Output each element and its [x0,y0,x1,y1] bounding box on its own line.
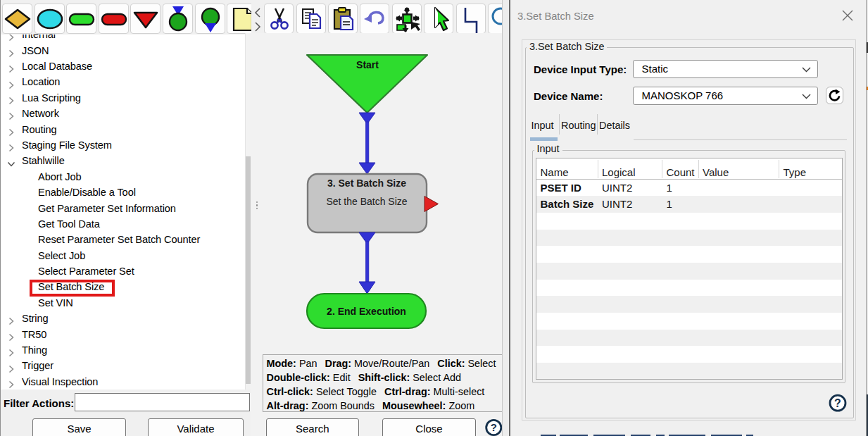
connector-start-to-step[interactable] [359,113,375,174]
tree-item-select-job[interactable]: Select Job [1,248,245,263]
table-row[interactable] [536,296,843,313]
column-header-type[interactable]: Type [779,158,843,180]
tab-separator [559,114,560,135]
combo-chevron-down-icon [802,94,811,99]
tree-item-tr50[interactable]: TR50 [1,327,245,342]
tree-item-json[interactable]: JSON [1,43,245,58]
column-header-logical[interactable]: Logical [598,158,662,180]
toolbar-button-red-pill-shape[interactable] [99,4,129,34]
tree-item-set-vin[interactable]: Set VIN [1,295,245,311]
toolbar-button-cut[interactable] [264,4,294,34]
tree-item-get-parameter-set-information[interactable]: Get Parameter Set Information [1,201,245,216]
hint-segment: Ctrl-click: Select Toggle [267,386,377,397]
tree-item-select-parameter-set[interactable]: Select Parameter Set [1,263,245,279]
tree-item-local-database[interactable]: Local Database [1,58,245,74]
tree-item-network[interactable]: Network [1,106,245,121]
tree-item-visual-inspection[interactable]: Visual Inspection [1,374,245,390]
close-button[interactable]: Close [382,418,476,436]
hint-key: Shift-click: [358,372,410,383]
filter-actions-input[interactable] [75,393,251,412]
table-row[interactable] [536,246,843,263]
tree-scrollbar-thumb[interactable] [246,156,251,384]
device-name-label: Device Name: [534,90,603,102]
table-row[interactable] [536,263,843,280]
toolbar-button-move-node[interactable] [392,4,422,34]
tree-item-stahlwille[interactable]: Stahlwille [1,153,245,168]
toolbar-button-copy[interactable] [296,4,326,34]
toolbar-button-select-cursor[interactable] [424,4,453,34]
connector-step-to-end[interactable] [359,232,375,294]
column-header-value[interactable]: Value [698,158,779,180]
table-row[interactable] [536,363,843,379]
toolbar-button-pin-bottom-shape[interactable] [195,4,225,34]
tree-item-abort-job[interactable]: Abort Job [1,169,245,185]
cell-name: PSET ID [536,180,598,197]
hint-line: Ctrl-click: Select ToggleCtrl-drag: Mult… [267,385,505,399]
toolbar-button-pin-top-shape[interactable] [163,4,193,34]
device-name-select[interactable]: MANOSKOP 766 [633,87,818,105]
step-node-title: 3. Set Batch Size [327,177,406,189]
hint-line: Double-click: EditShift-click: Select Ad… [267,370,505,385]
toolbar-button-green-pill-shape[interactable] [66,4,96,34]
toolbar-button-paste[interactable] [328,4,358,34]
table-row[interactable] [536,280,843,297]
table-row[interactable] [536,230,843,247]
column-header-count[interactable]: Count [662,158,699,180]
column-header-name[interactable]: Name [536,158,598,180]
tree-item-enable-disable-a-tool[interactable]: Enable/Disable a Tool [1,185,245,200]
toolbar-button-ellipse-shape[interactable] [34,4,65,34]
parameters-table[interactable]: NameLogicalCountValueTypePSET IDUINT21Ba… [536,158,843,380]
step-output-port[interactable] [424,197,439,212]
toolbar-button-red-triangle-shape[interactable] [130,4,161,34]
search-button[interactable]: Search [266,418,360,436]
toolbar-button-note-shape[interactable] [227,4,251,34]
hint-segment: Drag: Move/Route/Pan [325,358,429,369]
tab-separator [597,114,598,135]
tree-item-get-tool-data[interactable]: Get Tool Data [1,216,245,232]
tree-item-reset-parameter-set-batch-counter[interactable]: Reset Parameter Set Batch Counter [1,232,245,247]
tree-item-label: String [22,311,49,326]
dialog-close-icon[interactable] [841,9,854,22]
toolbar-button-diamond-shape[interactable] [2,4,32,34]
tree-item-string[interactable]: String [1,311,245,326]
toolbar-button-undo[interactable] [360,4,389,34]
tree-item-location[interactable]: Location [1,74,245,89]
app-window: InternalJSONLocal DatabaseLocationLua Sc… [0,0,868,436]
tab-input[interactable]: Input [532,120,554,131]
end-node-label: 2. End Execution [327,306,406,317]
canvas-dialog-divider[interactable] [502,0,509,436]
chevron-right-icon[interactable] [7,378,15,390]
table-row[interactable] [536,347,843,363]
canvas-help-icon[interactable]: ? [484,418,503,436]
table-row[interactable] [536,330,843,347]
panel-splitter-handle[interactable] [256,201,258,211]
cell-type [779,180,843,197]
tab-routing[interactable]: Routing [561,120,596,131]
hint-value: Pan [299,358,317,369]
tree-item-lua-scripting[interactable]: Lua Scripting [1,90,245,106]
table-row[interactable] [536,213,843,230]
hint-value: Zoom [448,400,474,411]
cell-type [779,196,843,213]
tree-item-internal[interactable]: Internal [1,35,245,43]
tree-item-routing[interactable]: Routing [1,122,245,137]
device-input-type-select[interactable]: Static [633,60,818,78]
tree-item-thing[interactable]: Thing [1,342,245,358]
table-row[interactable]: Batch SizeUINT21 [536,196,843,213]
table-row[interactable] [536,313,843,330]
save-button[interactable]: Save [32,418,126,436]
chevron-left-icon[interactable] [254,8,261,18]
tree-item-trigger[interactable]: Trigger [1,358,245,373]
dialog-help-icon[interactable]: ? [828,394,848,413]
validate-button[interactable]: Validate [148,418,244,436]
tree-item-label: Get Parameter Set Information [38,201,176,216]
tree-item-staging-file-system[interactable]: Staging File System [1,137,245,153]
toolbar-button-zoom[interactable] [488,4,502,34]
tree-item-label: Abort Job [38,169,82,185]
chevron-right-icon[interactable] [254,22,261,32]
tab-details[interactable]: Details [599,120,630,131]
refresh-devices-button[interactable] [826,87,844,104]
toolbar-button-connector-route[interactable] [456,4,486,34]
cell-count: 1 [662,196,699,213]
table-row[interactable]: PSET IDUINT21 [536,180,843,197]
